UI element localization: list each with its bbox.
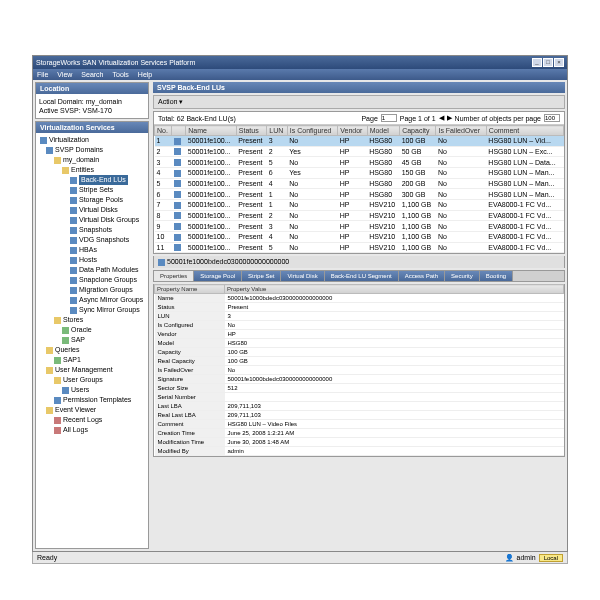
lun-table: No.NameStatusLUNIs ConfiguredVendorModel… bbox=[154, 125, 564, 253]
minimize-button[interactable]: _ bbox=[532, 58, 542, 67]
menu-tools[interactable]: Tools bbox=[113, 71, 129, 78]
column-header[interactable]: No. bbox=[155, 126, 172, 136]
property-row: Signature50001fe1000bdedc030000000000000… bbox=[155, 375, 564, 384]
tree-icon bbox=[70, 197, 77, 204]
table-row[interactable]: 1050001fe100...Present4NoHPHSV2101,100 G… bbox=[155, 231, 564, 242]
table-row[interactable]: 750001fe100...Present1NoHPHSV2101,100 GB… bbox=[155, 199, 564, 210]
tree-node[interactable]: SAP1 bbox=[38, 355, 146, 365]
page-size-input[interactable] bbox=[544, 114, 560, 122]
table-row[interactable]: 550001fe100...Present4NoHPHSG80200 GBNoH… bbox=[155, 178, 564, 189]
tree-node[interactable]: User Management bbox=[38, 365, 146, 375]
property-row: Capacity100 GB bbox=[155, 348, 564, 357]
column-header[interactable] bbox=[172, 126, 186, 136]
menu-bar: File View Search Tools Help bbox=[33, 69, 567, 80]
property-row: StatusPresent bbox=[155, 303, 564, 312]
tree-node[interactable]: HBAs bbox=[38, 245, 146, 255]
tree-node[interactable]: Stores bbox=[38, 315, 146, 325]
tree-node[interactable]: Queries bbox=[38, 345, 146, 355]
column-header[interactable]: Capacity bbox=[400, 126, 436, 136]
disk-icon bbox=[174, 148, 181, 155]
tab-properties[interactable]: Properties bbox=[154, 271, 194, 281]
column-header[interactable]: Name bbox=[186, 126, 237, 136]
action-menu[interactable]: Action ▾ bbox=[158, 98, 183, 106]
page-next-icon[interactable]: ▶ bbox=[447, 114, 452, 122]
tree-node[interactable]: Users bbox=[38, 385, 146, 395]
tree-node[interactable]: my_domain bbox=[38, 155, 146, 165]
active-svsp-value: VSM-170 bbox=[83, 107, 112, 114]
menu-file[interactable]: File bbox=[37, 71, 48, 78]
menu-help[interactable]: Help bbox=[138, 71, 152, 78]
tree-node[interactable]: Stripe Sets bbox=[38, 185, 146, 195]
column-header[interactable]: Is FailedOver bbox=[436, 126, 486, 136]
tree-icon bbox=[70, 227, 77, 234]
tree-node[interactable]: Storage Pools bbox=[38, 195, 146, 205]
disk-icon bbox=[174, 212, 181, 219]
table-row[interactable]: 250001fe100...Present2YesHPHSG8050 GBNoH… bbox=[155, 146, 564, 157]
table-row[interactable]: 650001fe100...Present1NoHPHSG80300 GBNoH… bbox=[155, 189, 564, 200]
tree-node[interactable]: User Groups bbox=[38, 375, 146, 385]
tree-node[interactable]: Migration Groups bbox=[38, 285, 146, 295]
page-input[interactable] bbox=[381, 114, 397, 122]
tree-icon bbox=[70, 277, 77, 284]
table-row[interactable]: 850001fe100...Present2NoHPHSV2101,100 GB… bbox=[155, 210, 564, 221]
tree-icon bbox=[62, 337, 69, 344]
tree-node[interactable]: Permission Templates bbox=[38, 395, 146, 405]
tree-node[interactable]: Oracle bbox=[38, 325, 146, 335]
column-header[interactable]: Is Configured bbox=[287, 126, 337, 136]
pager-bar: Total: 62 Back-End LU(s) Page Page 1 of … bbox=[154, 112, 564, 125]
tree-node[interactable]: Data Path Modules bbox=[38, 265, 146, 275]
close-button[interactable]: × bbox=[554, 58, 564, 67]
table-row[interactable]: 150001fe100...Present3NoHPHSG80100 GBNoH… bbox=[155, 136, 564, 147]
tree-node[interactable]: SVSP Domains bbox=[38, 145, 146, 155]
tree-icon bbox=[70, 287, 77, 294]
table-row[interactable]: 950001fe100...Present3NoHPHSV2101,100 GB… bbox=[155, 221, 564, 232]
tree-node[interactable]: Hosts bbox=[38, 255, 146, 265]
tree-node[interactable]: SAP bbox=[38, 335, 146, 345]
tree-node[interactable]: Entities bbox=[38, 165, 146, 175]
tree-node[interactable]: All Logs bbox=[38, 425, 146, 435]
property-row: Creation TimeJune 25, 2008 1:2:21 AM bbox=[155, 429, 564, 438]
table-row[interactable]: 350001fe100...Present5NoHPHSG8045 GBNoHS… bbox=[155, 157, 564, 168]
tree-node[interactable]: Virtual Disk Groups bbox=[38, 215, 146, 225]
tree-node[interactable]: Virtualization bbox=[38, 135, 146, 145]
menu-search[interactable]: Search bbox=[81, 71, 103, 78]
status-local-button[interactable]: Local bbox=[539, 554, 563, 562]
page-prev-icon[interactable]: ◀ bbox=[439, 114, 444, 122]
tree-icon bbox=[46, 367, 53, 374]
tree-icon bbox=[54, 417, 61, 424]
tab-stripe-set[interactable]: Stripe Set bbox=[242, 271, 281, 281]
tree-icon bbox=[62, 387, 69, 394]
tab-back-end-lu-segment[interactable]: Back-End LU Segment bbox=[325, 271, 399, 281]
column-header[interactable]: Model bbox=[367, 126, 400, 136]
navigation-tree[interactable]: VirtualizationSVSP Domainsmy_domainEntit… bbox=[36, 133, 148, 437]
tree-node[interactable]: Recent Logs bbox=[38, 415, 146, 425]
disk-icon bbox=[174, 223, 181, 230]
column-header[interactable]: Comment bbox=[486, 126, 563, 136]
maximize-button[interactable]: □ bbox=[543, 58, 553, 67]
tab-security[interactable]: Security bbox=[445, 271, 480, 281]
tree-node[interactable]: Async Mirror Groups bbox=[38, 295, 146, 305]
selected-object-header: 50001fe1000bdedc0300000000000000 bbox=[153, 256, 565, 268]
status-bar: Ready 👤 admin Local bbox=[32, 552, 568, 564]
property-row: Serial Number bbox=[155, 393, 564, 402]
tree-node[interactable]: Sync Mirror Groups bbox=[38, 305, 146, 315]
tree-icon bbox=[62, 167, 69, 174]
tree-node[interactable]: VDG Snapshots bbox=[38, 235, 146, 245]
table-row[interactable]: 450001fe100...Present6YesHPHSG80150 GBNo… bbox=[155, 167, 564, 178]
tree-node[interactable]: Virtual Disks bbox=[38, 205, 146, 215]
column-header[interactable]: LUN bbox=[267, 126, 288, 136]
tab-virtual-disk[interactable]: Virtual Disk bbox=[281, 271, 324, 281]
tab-storage-pool[interactable]: Storage Pool bbox=[194, 271, 242, 281]
menu-view[interactable]: View bbox=[57, 71, 72, 78]
tab-booting[interactable]: Booting bbox=[480, 271, 513, 281]
tree-node[interactable]: Back-End LUs bbox=[38, 175, 146, 185]
tree-node[interactable]: Snapshots bbox=[38, 225, 146, 235]
status-ready: Ready bbox=[37, 554, 57, 561]
tab-access-path[interactable]: Access Path bbox=[399, 271, 445, 281]
tree-icon bbox=[70, 257, 77, 264]
tree-node[interactable]: Snapclone Groups bbox=[38, 275, 146, 285]
column-header[interactable]: Status bbox=[236, 126, 266, 136]
column-header[interactable]: Vendor bbox=[338, 126, 367, 136]
table-row[interactable]: 1150001fe100...Present5NoHPHSV2101,100 G… bbox=[155, 242, 564, 253]
tree-node[interactable]: Event Viewer bbox=[38, 405, 146, 415]
